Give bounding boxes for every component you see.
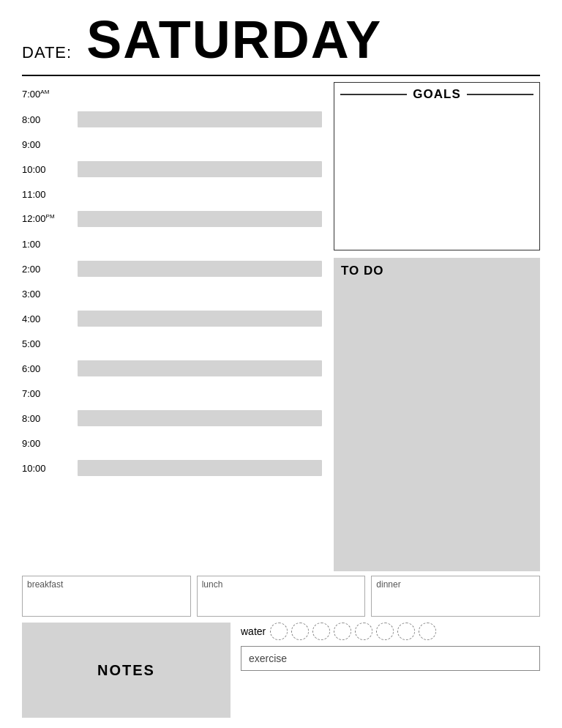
water-circle[interactable] [291, 623, 309, 640]
time-row: 9:00 [22, 431, 322, 456]
time-bar [78, 261, 322, 277]
breakfast-box: breakfast [22, 576, 191, 617]
time-label: 1:00 [22, 239, 72, 250]
time-row: 11:00 [22, 182, 322, 207]
time-bar [78, 335, 322, 352]
time-bar [78, 286, 322, 302]
meals-row: breakfast lunch dinner [22, 576, 540, 617]
time-bar [78, 211, 322, 227]
goals-line-left [340, 94, 407, 95]
water-circle[interactable] [334, 623, 351, 640]
time-label: 11:00 [22, 189, 72, 200]
time-row: 8:00 [22, 406, 322, 431]
time-row: 12:00PM [22, 207, 322, 231]
time-row: 10:00 [22, 456, 322, 480]
time-bar [78, 360, 322, 376]
time-label: 2:00 [22, 264, 72, 275]
right-column: GOALS TO DO [334, 82, 540, 571]
time-row: 1:00 [22, 231, 322, 256]
time-bar [78, 460, 322, 476]
water-circles [270, 623, 436, 640]
time-label: 6:00 [22, 363, 72, 374]
goals-line-right [467, 94, 533, 95]
time-row: 6:00 [22, 356, 322, 381]
header-divider [22, 75, 540, 76]
water-circle[interactable] [355, 623, 372, 640]
goals-header: GOALS [340, 87, 533, 102]
water-circle[interactable] [312, 623, 330, 640]
bottom-row: NOTES water exercise [22, 623, 540, 718]
time-row: 7:00 [22, 381, 322, 406]
time-label: 8:00 [22, 413, 72, 424]
time-bar [78, 86, 322, 103]
time-bar [78, 236, 322, 252]
time-bar [78, 111, 322, 127]
time-bar [78, 186, 322, 202]
time-row: 9:00 [22, 132, 322, 157]
time-bar [78, 311, 322, 327]
header: DATE: SATURDAY [22, 13, 540, 72]
water-circle[interactable] [270, 623, 288, 640]
time-row: 4:00 [22, 306, 322, 331]
time-label: 9:00 [22, 139, 72, 150]
time-label: 7:00AM [22, 89, 72, 100]
time-bar [78, 385, 322, 401]
time-label: 12:00PM [22, 213, 72, 224]
exercise-box: exercise [241, 646, 540, 671]
water-circle[interactable] [397, 623, 415, 640]
goals-box: GOALS [334, 82, 540, 250]
time-bar [78, 435, 322, 451]
todo-box: TO DO [334, 258, 540, 571]
day-title: SATURDAY [86, 13, 382, 66]
time-row: 10:00 [22, 157, 322, 182]
time-label: 4:00 [22, 313, 72, 324]
time-label: 8:00 [22, 114, 72, 125]
todo-title: TO DO [341, 264, 533, 278]
time-row: 5:00 [22, 331, 322, 356]
water-label: water [241, 625, 266, 637]
time-label: 9:00 [22, 438, 72, 449]
right-bottom: water exercise [241, 623, 540, 671]
lunch-box: lunch [197, 576, 366, 617]
time-label: 7:00 [22, 388, 72, 399]
time-bar [78, 410, 322, 426]
notes-title: NOTES [97, 662, 155, 679]
goals-title: GOALS [413, 87, 460, 102]
dinner-label: dinner [376, 579, 400, 590]
time-label: 3:00 [22, 289, 72, 300]
time-label: 10:00 [22, 463, 72, 474]
time-row: 7:00AM [22, 82, 322, 107]
time-bar [78, 161, 322, 177]
time-bar [78, 136, 322, 152]
time-row: 3:00 [22, 281, 322, 306]
water-circle[interactable] [419, 623, 436, 640]
exercise-label: exercise [249, 653, 287, 664]
schedule-column: 7:00AM8:009:0010:0011:0012:00PM1:002:003… [22, 82, 322, 571]
lunch-label: lunch [202, 579, 223, 590]
water-row: water [241, 623, 540, 640]
notes-box: NOTES [22, 623, 231, 718]
time-row: 2:00 [22, 256, 322, 281]
water-circle[interactable] [376, 623, 394, 640]
breakfast-label: breakfast [27, 579, 63, 590]
date-label: DATE: [22, 43, 72, 62]
dinner-box: dinner [371, 576, 540, 617]
page: DATE: SATURDAY 7:00AM8:009:0010:0011:001… [0, 0, 562, 728]
time-label: 10:00 [22, 164, 72, 175]
time-row: 8:00 [22, 107, 322, 132]
time-label: 5:00 [22, 338, 72, 349]
main-content: 7:00AM8:009:0010:0011:0012:00PM1:002:003… [22, 82, 540, 571]
